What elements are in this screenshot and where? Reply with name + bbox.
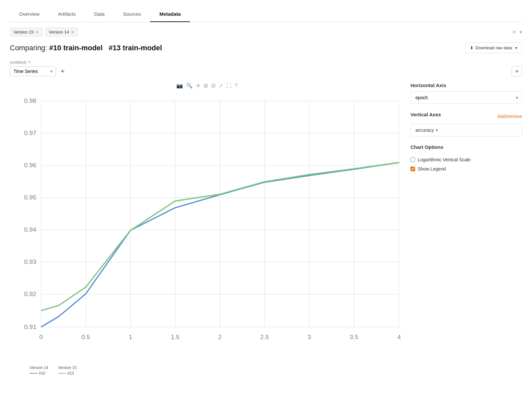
svg-text:1: 1 bbox=[129, 334, 132, 340]
log-scale-label: Logarithmic Vertical Scale bbox=[418, 157, 471, 162]
panel-title-label: (untitled) ✎ bbox=[10, 60, 522, 65]
version-14-close[interactable]: ✕ bbox=[71, 30, 74, 35]
zoom-in-icon[interactable]: 🔍 bbox=[186, 82, 193, 89]
legend-v14-run: #10 bbox=[39, 371, 45, 376]
download-arrow-icon: ▾ bbox=[515, 46, 517, 50]
tab-sources[interactable]: Sources bbox=[114, 7, 150, 22]
zoom-out-icon[interactable]: ⊟ bbox=[211, 82, 215, 89]
download-label: Download raw data bbox=[476, 45, 512, 50]
chart-svg: .grid-line { stroke: #e5e5e5; stroke-wid… bbox=[10, 91, 404, 361]
version-14-label: Version 14 bbox=[49, 30, 69, 35]
metric-label: accuracy bbox=[415, 127, 434, 133]
svg-text:0.91: 0.91 bbox=[24, 323, 36, 330]
svg-text:3: 3 bbox=[307, 334, 311, 340]
comparing-header: Comparing: #10 train-model #13 train-mod… bbox=[10, 42, 522, 53]
svg-text:2: 2 bbox=[218, 334, 222, 340]
log-scale-checkbox[interactable] bbox=[410, 157, 415, 162]
svg-text:0.92: 0.92 bbox=[24, 290, 36, 297]
show-legend-checkbox[interactable] bbox=[410, 167, 415, 171]
version-15-close[interactable]: ✕ bbox=[35, 30, 39, 35]
chart-toolbar: 📷 🔍 ✛ ⊞ ⊟ ⤢ ⛶ ? bbox=[10, 82, 404, 89]
svg-text:3.5: 3.5 bbox=[350, 334, 358, 340]
version-bar: Version 15 ✕ Version 14 ✕ ✕ ▾ bbox=[10, 28, 522, 36]
zoom-reset-icon[interactable]: ⤢ bbox=[219, 82, 223, 89]
clear-all-button[interactable]: ✕ bbox=[512, 29, 516, 35]
show-legend-label: Show Legend bbox=[418, 166, 446, 172]
version-bar-actions: ✕ ▾ bbox=[512, 29, 522, 35]
vertical-axes-header: Vertical Axes Add/remove bbox=[410, 112, 522, 121]
crosshair-icon[interactable]: ✛ bbox=[196, 82, 200, 89]
legend-item-v15: Version 15 #13 bbox=[58, 365, 77, 376]
run1-label: #10 train-model bbox=[49, 44, 103, 52]
panel-selector: Time Series Bar Chart Scatter Plot + + bbox=[10, 66, 522, 77]
svg-text:0.96: 0.96 bbox=[24, 162, 36, 169]
legend-v15-run: #13 bbox=[67, 371, 74, 376]
help-icon[interactable]: ? bbox=[235, 83, 238, 89]
horizontal-axis-select[interactable]: epoch step bbox=[410, 91, 522, 104]
legend-version-15-label: Version 15 bbox=[58, 365, 77, 370]
zoom-rect-icon[interactable]: ⊞ bbox=[204, 82, 208, 89]
chart-wrapper: 📷 🔍 ✛ ⊞ ⊟ ⤢ ⛶ ? .grid-line { stroke: #e5… bbox=[10, 82, 404, 376]
chart-legend: Version 14 #10 Version 15 #13 bbox=[10, 365, 404, 376]
add-panel-right-button[interactable]: + bbox=[512, 66, 522, 77]
svg-text:0.95: 0.95 bbox=[24, 194, 36, 201]
tab-overview[interactable]: Overview bbox=[10, 7, 49, 22]
panel-title-wrap: (untitled) ✎ bbox=[10, 60, 522, 65]
add-panel-button[interactable]: + bbox=[60, 68, 65, 75]
legend-v15-line: #13 bbox=[58, 371, 77, 376]
download-icon: ⬇ bbox=[470, 45, 474, 50]
horizontal-axis-select-wrap: epoch step bbox=[410, 91, 522, 104]
tab-artifacts[interactable]: Artifacts bbox=[49, 7, 85, 22]
version-15-label: Version 15 bbox=[13, 30, 33, 35]
svg-text:1.5: 1.5 bbox=[171, 334, 179, 340]
untitled-label: (untitled) bbox=[10, 60, 27, 65]
download-raw-data-button[interactable]: ⬇ Download raw data ▾ bbox=[465, 42, 522, 53]
show-legend-row[interactable]: Show Legend bbox=[410, 166, 522, 172]
tab-bar: Overview Artifacts Data Sources Metadata bbox=[10, 7, 522, 22]
chart-type-select-wrap: Time Series Bar Chart Scatter Plot bbox=[10, 66, 56, 76]
edit-panel-title-icon[interactable]: ✎ bbox=[28, 60, 31, 64]
legend-version-14-label: Version 14 bbox=[30, 365, 48, 370]
svg-text:4: 4 bbox=[397, 334, 401, 340]
chart-type-select[interactable]: Time Series Bar Chart Scatter Plot bbox=[10, 66, 56, 76]
chart-options-label: Chart Options bbox=[410, 144, 522, 150]
chart-svg-container: .grid-line { stroke: #e5e5e5; stroke-wid… bbox=[10, 91, 404, 361]
run2-label: #13 train-model bbox=[109, 44, 162, 52]
chart-right-panel: Horizontal Axis epoch step Vertical Axes… bbox=[410, 82, 522, 376]
legend-v15-color bbox=[58, 373, 66, 374]
add-remove-link[interactable]: Add/remove bbox=[498, 114, 522, 119]
comparing-prefix: Comparing: bbox=[10, 44, 47, 52]
vertical-axes-label: Vertical Axes bbox=[410, 112, 441, 117]
metric-pill[interactable]: accuracy ▾ bbox=[410, 124, 522, 136]
legend-v14-line: #10 bbox=[30, 371, 48, 376]
horizontal-axis-label: Horizontal Axis bbox=[410, 82, 522, 88]
chart-area: 📷 🔍 ✛ ⊞ ⊟ ⤢ ⛶ ? .grid-line { stroke: #e5… bbox=[10, 82, 522, 376]
svg-text:0.5: 0.5 bbox=[81, 334, 90, 340]
svg-text:0.93: 0.93 bbox=[24, 258, 36, 265]
comparing-title: Comparing: #10 train-model #13 train-mod… bbox=[10, 44, 162, 52]
versions-chevron[interactable]: ▾ bbox=[520, 29, 522, 35]
svg-text:0: 0 bbox=[39, 334, 43, 340]
fullscreen-icon[interactable]: ⛶ bbox=[226, 83, 232, 89]
log-scale-row[interactable]: Logarithmic Vertical Scale bbox=[410, 157, 522, 162]
camera-icon[interactable]: 📷 bbox=[176, 82, 183, 89]
svg-text:0.97: 0.97 bbox=[24, 129, 36, 136]
svg-text:0.98: 0.98 bbox=[24, 97, 36, 104]
tab-metadata[interactable]: Metadata bbox=[150, 7, 190, 22]
metric-arrow-icon: ▾ bbox=[436, 128, 438, 132]
tab-data[interactable]: Data bbox=[85, 7, 114, 22]
svg-text:0.94: 0.94 bbox=[24, 226, 36, 233]
legend-v14-color bbox=[30, 373, 37, 374]
version-pill-15[interactable]: Version 15 ✕ bbox=[10, 28, 42, 36]
svg-text:2.5: 2.5 bbox=[260, 334, 269, 340]
chart-options-section: Chart Options Logarithmic Vertical Scale… bbox=[410, 144, 522, 172]
version-pill-14[interactable]: Version 14 ✕ bbox=[45, 28, 78, 36]
legend-item-v14: Version 14 #10 bbox=[30, 365, 48, 376]
